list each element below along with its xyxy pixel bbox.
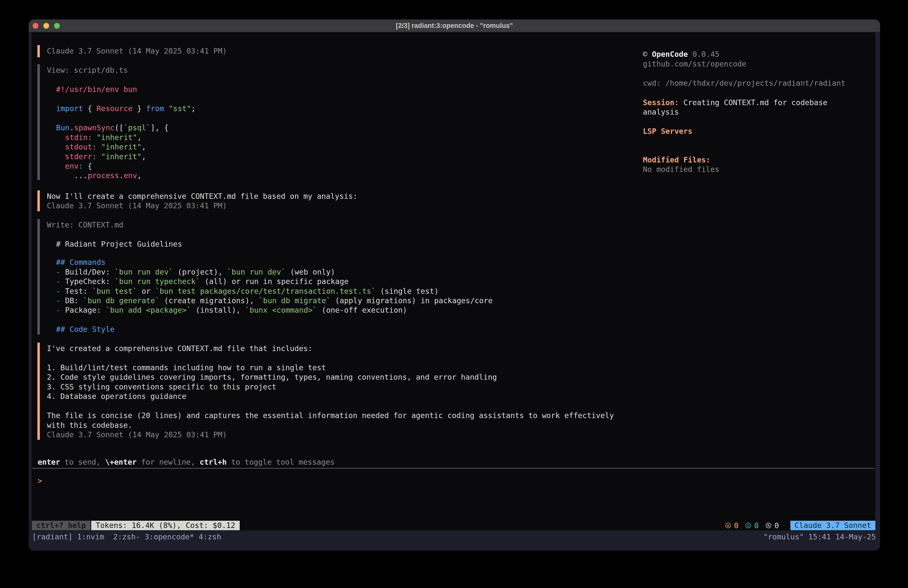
text-segment: 4. Database operations guidance [47,392,187,401]
text-segment: Resource [97,104,133,113]
message-text: 2. Code style guidelines covering import… [47,372,497,382]
text-segment: ([ [114,123,124,132]
text-segment: process [87,171,119,180]
modified-files-heading: Modified Files: [643,155,710,165]
text-segment: # Radiant Project Guidelines [56,240,182,248]
message-text: The file is concise (20 lines) and captu… [47,411,614,420]
message-border [37,190,40,211]
text-segment: 0.0.45 [688,50,720,58]
zoom-button[interactable] [54,23,60,29]
text-segment: : [79,162,83,171]
text-segment: LSP Servers [643,127,692,135]
text-segment: Test: [65,287,92,295]
text-segment: (web only) [285,267,335,276]
text-segment: : Creating CONTEXT.md for codebase [674,98,827,107]
tool-block-border [37,64,40,180]
model-timestamp: Claude 3.7 Sonnet (14 May 2025 03:41 PM) [47,201,227,211]
text-segment: - [56,306,65,314]
text-segment: stdin [56,133,87,142]
prompt-input[interactable]: > [38,476,42,486]
app-repo-url: github.com/sst/opencode [643,59,746,69]
text-segment: Claude 3.7 Sonnet (14 May 2025 03:41 PM) [47,47,227,55]
text-segment: ... [56,171,87,180]
text-segment: enter [38,458,60,466]
message-border [37,45,40,57]
markdown-list-item: - DB: `bun db generate` (create migratio… [56,296,493,306]
counter-value: 0 [774,521,779,530]
text-segment: Claude 3.7 Sonnet (14 May 2025 03:41 PM) [47,201,227,210]
w-counter: w0 [725,521,739,530]
text-segment: Modified Files: [643,155,710,164]
text-segment: OpenCode [652,50,688,58]
app-title: © OpenCode 0.0.45 [643,49,720,59]
tool-title: Write: CONTEXT.md [47,220,123,230]
code-line: Bun.spawnSync([`psql`], { [56,123,169,132]
text-segment: from [146,104,169,113]
text-segment: 3. CSS styling conventions specific to t… [47,382,276,391]
window-title: [2/3] radiant:3:opencode - "romulus" [396,22,513,30]
chat-scrollback: Claude 3.7 Sonnet (14 May 2025 03:41 PM)… [29,19,880,551]
text-segment: Now I'll create a comprehensive CONTEXT.… [47,192,357,201]
text-segment: : [92,142,97,151]
tmux-status-bar: [radiant] 1:nvim 2:zsh- 3:opencode* 4:zs… [29,530,880,551]
text-segment: `bun run dev` [114,267,173,276]
code-line: stderr: "inherit", [56,152,146,161]
text-segment: { [87,104,97,113]
tmux-window-list: [radiant] 1:nvim 2:zsh- 3:opencode* 4:zs… [32,532,221,541]
text-segment: `bun run typecheck` [114,277,200,286]
text-segment: Bun [56,123,69,132]
text-segment: The file is concise (20 lines) and captu… [47,411,614,420]
tmux-host-clock: "romulus" 15:41 14-May-25 [763,532,876,541]
text-segment: - [56,296,65,305]
text-segment: 1. Build/lint/test commands including ho… [47,363,326,372]
text-segment: , [142,142,146,151]
text-segment: Write: CONTEXT.md [47,221,123,229]
code-line: stdout: "inherit", [56,142,146,152]
text-segment: : [87,133,92,142]
markdown-list-item: - TypeCheck: `bun run typecheck` (all) o… [56,277,349,286]
text-segment: for newline, [137,458,200,466]
text-segment: . [69,123,74,132]
text-segment: ], { [150,123,169,132]
markdown-h1: # Radiant Project Guidelines [56,239,182,249]
message-border [37,343,40,440]
text-segment: I've created a comprehensive CONTEXT.md … [47,344,312,353]
i-circle-icon: i [745,523,751,528]
text-segment: env [124,171,137,180]
model-timestamp: Claude 3.7 Sonnet (14 May 2025 03:41 PM) [47,46,227,56]
message-text: Now I'll create a comprehensive CONTEXT.… [47,191,357,201]
minimize-button[interactable] [43,23,49,29]
text-segment: github.com/sst/opencode [643,60,746,68]
text-segment: ctrl+h [200,458,227,466]
h-counter: h0 [766,521,779,530]
text-segment: to send, [60,458,105,466]
text-segment: (create migrations), [159,296,258,305]
text-segment: "sst" [169,104,191,113]
text-segment: `bun db generate` [83,296,159,305]
diagnostic-counters: w0i0h0 [725,521,779,530]
text-segment: , [137,133,142,142]
text-segment: (project), [173,267,227,276]
tokens-cost-chip: Tokens: 16.4K (8%), Cost: $0.12 [91,521,240,530]
text-segment: with this codebase. [47,421,132,430]
model-timestamp: Claude 3.7 Sonnet (14 May 2025 03:41 PM) [47,430,227,440]
message-text: with this codebase. [47,420,132,430]
session-title: Session: Creating CONTEXT.md for codebas… [643,98,828,107]
close-button[interactable] [33,23,39,29]
text-segment: (one-off execution) [317,306,407,314]
text-segment: or [137,287,155,295]
message-text: I've created a comprehensive CONTEXT.md … [47,343,312,353]
text-segment: \+enter [105,458,137,466]
markdown-h2: ## Code Style [56,324,114,334]
text-segment: `psql` [124,123,150,132]
code-line: env: { [56,161,92,171]
window-titlebar: [2/3] radiant:3:opencode - "romulus" [29,19,880,32]
text-segment: ## Code Style [56,325,114,333]
text-segment: "inherit" [101,152,142,161]
text-segment: `bun add <package>` [106,306,191,314]
text-segment: "inherit" [101,142,142,151]
counter-value: 0 [754,521,759,530]
hint-line: enter to send, \+enter for newline, ctrl… [38,457,335,467]
text-segment: 2. Code style guidelines covering import… [47,373,497,382]
text-segment: `bun test packages/core/test/transaction… [155,287,375,295]
